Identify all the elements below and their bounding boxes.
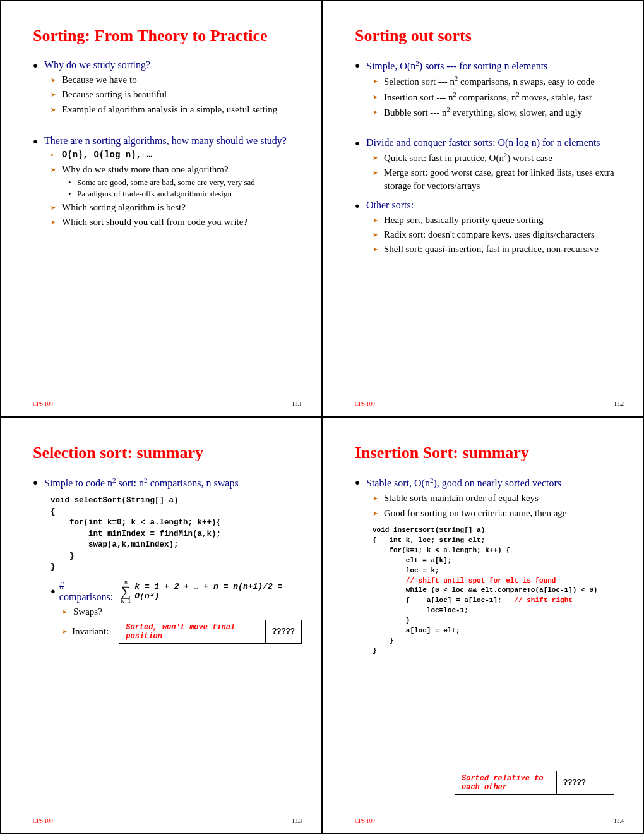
page-number: 13.3 xyxy=(292,818,302,824)
invariant-sorted-cell: Sorted relative to each other xyxy=(455,771,557,795)
code-insertsort: void insertSort(String[] a) { int k, loc… xyxy=(373,526,624,656)
list-subitem: Paradigms of trade-offs and algorithmic … xyxy=(68,189,302,199)
invariant-table: Sorted, won't move final position ????? xyxy=(119,620,302,644)
comparisons-label: # comparisons: xyxy=(59,580,117,603)
list-item: Selection sort --- n2 comparisons, n swa… xyxy=(373,75,624,88)
bullet-other-sorts: Other sorts: xyxy=(355,200,624,211)
bullet-why-study: Why do we study sorting? xyxy=(33,59,302,71)
list-item-complexity: O(n), O(log n), … xyxy=(51,149,302,161)
slide-footer: CPS 100 13.2 xyxy=(355,401,624,407)
list-item: Good for sorting on two criteria: name, … xyxy=(373,507,624,519)
invariant-unknown-cell: ????? xyxy=(557,771,614,795)
invariant-label: Invariant: xyxy=(72,626,109,637)
slide-footer: CPS 100 13.3 xyxy=(33,818,302,824)
list-item: Example of algorithm analysis in a simpl… xyxy=(51,103,302,116)
list-item: Because we have to xyxy=(51,73,302,86)
invariant-unknown-cell: ????? xyxy=(265,620,301,643)
slide-3: Selection sort: summary Simple to code n… xyxy=(0,417,322,834)
list-item: Merge sort: good worst case, great for l… xyxy=(373,166,624,192)
sigma-icon: n ∑ k=1 xyxy=(121,579,131,603)
slide-title: Insertion Sort: summary xyxy=(355,444,624,462)
invariant-table: Sorted relative to each other ????? xyxy=(455,771,614,795)
page-number: 13.2 xyxy=(614,401,624,407)
invariant-sorted-cell: Sorted, won't move final position xyxy=(119,620,266,643)
slide-4: Insertion Sort: summary Stable sort, O(n… xyxy=(322,417,644,834)
bullet-divide-conquer: Divide and conquer faster sorts: O(n log… xyxy=(355,137,624,148)
slide-2: Sorting out sorts Simple, O(n2) sorts --… xyxy=(322,0,644,417)
slide-title: Selection sort: summary xyxy=(33,444,302,462)
list-subitem: Some are good, some are bad, some are ve… xyxy=(68,178,302,188)
list-item: Because sorting is beautiful xyxy=(51,88,302,100)
list-item: Radix sort: doesn't compare keys, uses d… xyxy=(373,228,624,241)
list-item: Bubble sort --- n2 everything, slow, slo… xyxy=(373,106,624,119)
bullet-simple-sorts: Simple, O(n2) sorts --- for sorting n el… xyxy=(355,59,624,72)
list-item: Insertion sort --- n2 comparisons, n2 mo… xyxy=(373,90,624,104)
list-item: Which sorting algorithm is best? xyxy=(51,201,302,214)
page-number: 13.1 xyxy=(292,401,302,407)
slide-1: Sorting: From Theory to Practice Why do … xyxy=(0,0,322,417)
course-label: CPS 100 xyxy=(33,818,53,824)
bullet-simple-code: Simple to code n2 sort: n2 comparisons, … xyxy=(33,476,302,489)
slide-footer: CPS 100 13.1 xyxy=(33,401,302,407)
comparisons-expr: k = 1 + 2 + … + n = n(n+1)/2 = O(n²) xyxy=(134,582,302,601)
slide-title: Sorting: From Theory to Practice xyxy=(33,27,302,45)
list-item: Shell sort: quasi-insertion, fast in pra… xyxy=(373,243,624,255)
list-item: Which sort should you call from code you… xyxy=(51,215,302,228)
comparisons-row: ● # comparisons: n ∑ k=1 k = 1 + 2 + … +… xyxy=(51,579,302,603)
list-item: Heap sort, basically priority queue sort… xyxy=(373,214,624,226)
invariant-row: ➤ Invariant: Sorted, won't move final po… xyxy=(62,620,302,644)
list-item: Quick sort: fast in practice, O(n2) wors… xyxy=(373,151,624,164)
slide-title: Sorting out sorts xyxy=(355,27,624,45)
course-label: CPS 100 xyxy=(355,818,375,824)
list-item: Stable sorts maintain order of equal key… xyxy=(373,492,624,504)
course-label: CPS 100 xyxy=(355,401,375,407)
bullet-stable-sort: Stable sort, O(n2), good on nearly sorte… xyxy=(355,476,624,489)
page-number: 13.4 xyxy=(614,818,624,824)
course-label: CPS 100 xyxy=(33,401,53,407)
slide-footer: CPS 100 13.4 xyxy=(355,818,624,824)
list-item: Why do we study more than one algorithm? xyxy=(51,163,302,176)
code-selectsort: void selectSort(String[] a) { for(int k=… xyxy=(51,495,302,573)
swaps-label: Swaps? xyxy=(62,605,302,618)
bullet-n-algorithms: There are n sorting algorithms, how many… xyxy=(33,135,302,147)
